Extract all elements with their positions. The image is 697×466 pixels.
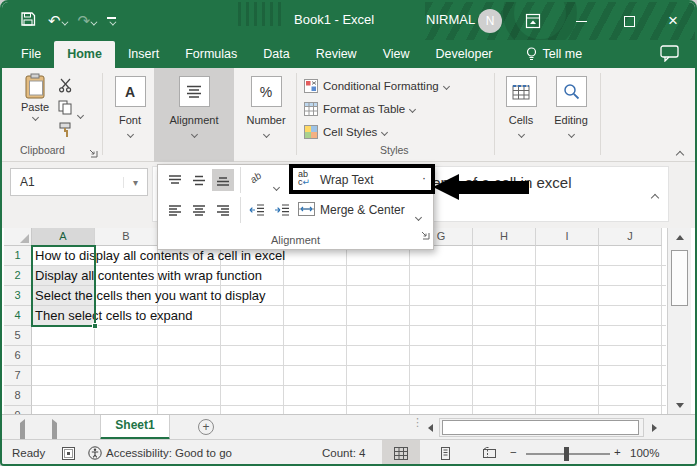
row-header-8[interactable]: 8 — [4, 386, 32, 406]
column-header-I[interactable]: I — [536, 228, 599, 246]
column-header-J[interactable]: J — [599, 228, 662, 246]
paste-button[interactable]: Paste — [14, 73, 56, 141]
fill-handle[interactable] — [92, 323, 98, 329]
cut-button[interactable] — [58, 78, 73, 97]
collapse-ribbon-button[interactable] — [677, 144, 683, 162]
name-box-value: A1 — [11, 175, 123, 189]
tab-formulas[interactable]: Formulas — [172, 41, 250, 68]
accessibility-button[interactable] — [88, 446, 102, 462]
page-break-preview-button[interactable] — [470, 440, 508, 466]
merge-center-dropdown-icon[interactable] — [416, 206, 421, 224]
maximize-button[interactable] — [616, 10, 642, 32]
macro-record-button[interactable] — [62, 447, 75, 462]
conditional-formatting-button[interactable]: Conditional Formatting — [304, 76, 449, 96]
title-bar: ↶ ↷ Book1 - Excel NIRMAL N × — [2, 2, 695, 40]
minimize-button[interactable] — [568, 10, 594, 32]
row-header-2[interactable]: 2 — [4, 266, 32, 286]
scroll-up-button[interactable] — [668, 228, 692, 246]
tab-view[interactable]: View — [370, 41, 423, 68]
formula-bar-expand-button[interactable] — [652, 187, 658, 205]
tab-review[interactable]: Review — [303, 41, 370, 68]
page-layout-view-button[interactable] — [426, 440, 464, 466]
number-group-icon-box: % — [251, 76, 282, 107]
row-header-5[interactable]: 5 — [4, 326, 32, 346]
middle-align-button[interactable] — [188, 169, 210, 191]
alignment-dialog-launcher[interactable] — [420, 226, 430, 244]
undo-dropdown-icon[interactable] — [61, 19, 68, 26]
row-header-7[interactable]: 7 — [4, 366, 32, 386]
scroll-left-button[interactable] — [422, 418, 439, 437]
merge-center-icon — [298, 202, 315, 220]
name-box[interactable]: A1 ▾ — [10, 168, 148, 196]
align-right-button[interactable] — [212, 199, 234, 221]
cell-styles-button[interactable]: Cell Styles — [304, 122, 387, 142]
customize-qat-button[interactable] — [107, 17, 116, 26]
copy-dropdown-icon[interactable] — [78, 104, 83, 122]
zoom-slider-thumb[interactable] — [564, 447, 569, 461]
cells-group-button[interactable]: Cells — [498, 68, 544, 162]
sheet-tab-bar: Sheet1 + ⋮ — [2, 414, 695, 439]
redo-button[interactable]: ↷ — [78, 12, 96, 30]
font-group-icon-box: A — [115, 76, 146, 107]
undo-button[interactable]: ↶ — [48, 12, 66, 30]
decrease-indent-button[interactable] — [246, 199, 268, 221]
comments-button[interactable] — [660, 45, 679, 66]
zoom-level[interactable]: 100% — [630, 447, 659, 459]
row-header-9[interactable]: 9 — [4, 406, 32, 414]
column-header-A[interactable]: A — [32, 228, 95, 246]
horizontal-scroll-thumb[interactable] — [442, 420, 639, 435]
horizontal-scrollbar[interactable] — [439, 418, 644, 437]
copy-button[interactable] — [58, 100, 73, 119]
editing-group-button[interactable]: Editing — [548, 68, 594, 162]
merge-center-button[interactable]: Merge & Center — [320, 203, 405, 217]
row-header-3[interactable]: 3 — [4, 286, 32, 306]
accessibility-status[interactable]: Accessibility: Good to go — [106, 447, 232, 459]
worksheet-grid: A B C D E F G H I J 1 2 3 4 5 6 7 8 9 Ho… — [2, 228, 695, 414]
excel-window: ↶ ↷ Book1 - Excel NIRMAL N × File Home I… — [0, 0, 697, 466]
column-header-H[interactable]: H — [473, 228, 536, 246]
orientation-dropdown-icon[interactable] — [274, 176, 279, 194]
align-left-button[interactable] — [164, 199, 186, 221]
orientation-button[interactable]: ab — [248, 170, 264, 186]
select-all-corner[interactable] — [4, 228, 32, 246]
clipboard-dialog-launcher[interactable] — [88, 144, 98, 162]
zoom-out-button[interactable]: − — [510, 446, 517, 458]
save-icon[interactable] — [20, 11, 36, 31]
vertical-scrollbar[interactable] — [667, 228, 691, 414]
bottom-align-button[interactable] — [212, 169, 234, 191]
top-align-button[interactable] — [164, 169, 186, 191]
scroll-right-button[interactable] — [646, 418, 663, 437]
zoom-in-button[interactable]: + — [614, 446, 621, 458]
sheet-tab-sheet1[interactable]: Sheet1 — [100, 415, 170, 440]
new-sheet-button[interactable]: + — [198, 419, 214, 435]
center-button[interactable] — [188, 199, 210, 221]
increase-indent-button[interactable] — [271, 199, 293, 221]
redo-dropdown-icon[interactable] — [91, 19, 98, 26]
format-painter-button[interactable] — [58, 122, 73, 142]
status-bar: Ready Accessibility: Good to go Count: 4… — [2, 439, 695, 466]
name-box-dropdown-icon[interactable]: ▾ — [123, 177, 147, 188]
close-button[interactable]: × — [660, 10, 686, 32]
tab-insert[interactable]: Insert — [115, 41, 172, 68]
macro-record-icon — [62, 447, 75, 460]
column-header-B[interactable]: B — [95, 228, 158, 246]
account-user-name[interactable]: NIRMAL — [426, 12, 475, 27]
paste-dropdown-icon[interactable] — [31, 114, 38, 121]
tab-developer[interactable]: Developer — [423, 41, 506, 68]
ribbon-display-options-button[interactable] — [520, 10, 546, 32]
vertical-scroll-thumb[interactable] — [671, 250, 688, 306]
tab-data[interactable]: Data — [250, 41, 302, 68]
scroll-down-button[interactable] — [668, 396, 692, 414]
font-group-button[interactable]: A Font — [108, 68, 152, 162]
tell-me-box[interactable]: Tell me — [516, 41, 593, 68]
tab-file[interactable]: File — [8, 41, 54, 68]
row-header-6[interactable]: 6 — [4, 346, 32, 366]
format-as-table-button[interactable]: Format as Table — [304, 99, 415, 119]
row-header-4[interactable]: 4 — [4, 306, 32, 326]
row-header-1[interactable]: 1 — [4, 246, 32, 266]
alignment-group-button[interactable]: Alignment — [154, 68, 234, 162]
tab-home[interactable]: Home — [54, 41, 115, 68]
avatar[interactable]: N — [478, 9, 502, 33]
number-group-button[interactable]: % Number — [240, 68, 292, 162]
normal-view-button[interactable] — [382, 440, 420, 466]
